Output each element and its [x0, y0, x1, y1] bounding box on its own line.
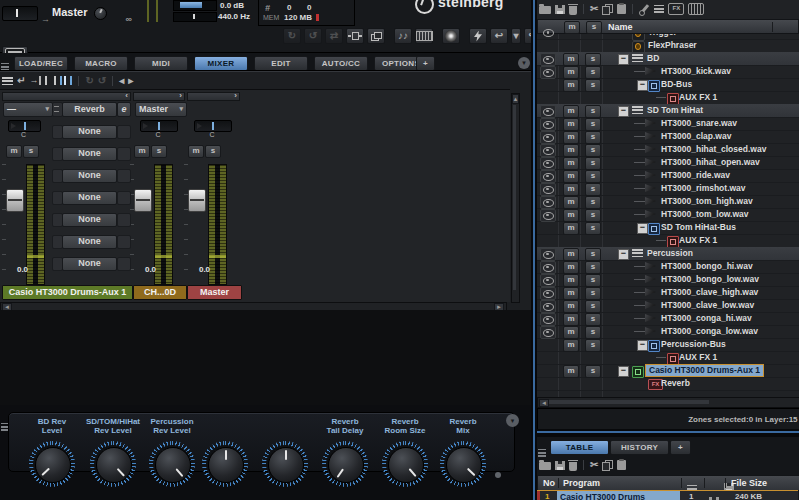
output-knob-icon[interactable] [94, 7, 107, 20]
master-pan-widget[interactable] [2, 6, 38, 21]
tree-item-name[interactable]: HT3000_clave_low.wav [661, 299, 754, 312]
fx-slot-empty[interactable]: None [62, 235, 117, 249]
clamp-button[interactable] [346, 28, 364, 44]
tree-row[interactable]: msHT3000_ride.wav [537, 169, 799, 183]
mute-button[interactable]: m [134, 145, 150, 158]
tab-edit[interactable]: EDIT [254, 56, 308, 71]
tree-item-name[interactable]: SD Tom HiHat-Bus [661, 221, 736, 234]
paste-icon[interactable] [617, 460, 626, 470]
tree-item-name[interactable]: HT3000_tom_low.wav [661, 208, 749, 221]
mute-button[interactable]: m [6, 145, 22, 158]
tree-item-name[interactable]: SD Tom HiHat [647, 104, 703, 117]
overlap-button[interactable] [367, 28, 385, 44]
knob-reverb-taildelay[interactable] [322, 441, 368, 487]
tree-item-name[interactable]: HT3000_conga_hi.wav [661, 312, 752, 325]
undo-button[interactable]: ↩ [490, 28, 508, 44]
copy-icon[interactable] [602, 460, 613, 471]
tree-item-name[interactable]: AUX FX 1 [679, 351, 717, 364]
tree-row[interactable]: ms−Casio HT3000 Drums-Aux 1 [537, 364, 799, 378]
solo-column-button[interactable]: s [586, 21, 602, 34]
fx-slot-empty[interactable]: None [62, 257, 117, 271]
knob-unassigned[interactable] [202, 441, 248, 487]
tree-item-name[interactable]: HT3000_clap.wav [661, 130, 731, 143]
tree-item-name[interactable]: HT3000_hihat_closed.wav [661, 143, 766, 156]
knob-unassigned[interactable] [262, 441, 308, 487]
solo-button[interactable]: s [205, 145, 221, 158]
volume-fader[interactable] [6, 189, 24, 212]
fx-edit-button[interactable]: e [117, 102, 131, 117]
expand-collapse-button[interactable]: − [618, 54, 629, 65]
table-grip-icon[interactable] [538, 449, 546, 457]
tree-row[interactable]: msHT3000_bongo_low.wav [537, 273, 799, 287]
knob-reverb-roomsize[interactable] [382, 441, 428, 487]
tree-row[interactable]: msHT3000_clave_low.wav [537, 299, 799, 313]
next-icon[interactable]: ▸ [128, 76, 133, 86]
tree-item-name[interactable]: HT3000_clave_high.wav [661, 286, 758, 299]
tree-item-name[interactable]: Percussion [647, 247, 693, 260]
mixer-vscrollbar[interactable]: ▲ [511, 93, 520, 303]
tree-hscrollbar[interactable]: ◄ [537, 397, 799, 408]
exit-icon[interactable]: → [29, 76, 41, 85]
dim-a-icon[interactable]: ↻ [85, 76, 93, 86]
right-panel-divider[interactable] [537, 429, 799, 437]
tab-midi[interactable]: MIDI [134, 56, 188, 71]
trash-icon[interactable] [569, 462, 577, 471]
master-route-label[interactable]: Master [52, 6, 87, 18]
table-add-tab-button[interactable]: + [670, 440, 691, 455]
tree-row[interactable]: AUX FX 1 [537, 91, 799, 105]
tree-item-name[interactable]: HT3000_snare.wav [661, 117, 737, 130]
tree-scroll-left-icon[interactable]: ◄ [539, 399, 549, 407]
knob-reverb-mix[interactable] [440, 441, 486, 487]
tree-item-name[interactable]: HT3000_bongo_hi.wav [661, 260, 753, 273]
mute-button[interactable]: m [188, 145, 204, 158]
program-table-row[interactable]: 1 Casio HT3000 Drums 1 240 KB [537, 490, 798, 500]
tree-row[interactable]: AUX FX 1 [537, 351, 799, 365]
solo-button[interactable]: s [151, 145, 167, 158]
tree-item-name[interactable]: HT3000_tom_high.wav [661, 195, 753, 208]
cut-icon[interactable]: ✂ [590, 460, 598, 470]
tune-slider[interactable] [173, 12, 217, 22]
volume-fader[interactable] [134, 189, 152, 212]
dim-c-button[interactable]: ⇄ [325, 28, 343, 44]
tree-row[interactable]: msHT3000_snare.wav [537, 117, 799, 131]
tree-row[interactable]: msHT3000_conga_hi.wav [537, 312, 799, 326]
output-routing-dropdown[interactable]: Master▾ [135, 102, 187, 117]
expand-collapse-button[interactable]: − [618, 249, 629, 260]
tree-row[interactable]: ms−BD-Bus [537, 78, 799, 92]
tab-macro[interactable]: MACRO [74, 56, 128, 71]
tree-row[interactable]: ms−Percussion-Bus [537, 338, 799, 352]
menu-icon[interactable] [2, 77, 13, 85]
folder-icon[interactable] [539, 462, 551, 470]
mixer-vscroll-thumb[interactable] [513, 105, 516, 290]
tree-row[interactable]: msHT3000_conga_low.wav [537, 325, 799, 339]
tab-loadrec[interactable]: LOAD/REC [14, 56, 68, 71]
dim-b-icon[interactable]: ↺ [98, 76, 106, 86]
tree-item-name[interactable]: HT3000_conga_low.wav [661, 325, 758, 338]
tree-item-name[interactable]: AUX FX 1 [679, 234, 717, 247]
table-tab-table[interactable]: TABLE [550, 440, 609, 455]
tree-row[interactable]: msHT3000_hihat_closed.wav [537, 143, 799, 157]
strip-scroll-arrow-icon[interactable]: › [234, 92, 237, 100]
fx-slot-empty[interactable]: None [62, 147, 117, 161]
knob-percussion-revlevel[interactable] [149, 441, 195, 487]
tree-row[interactable]: ms−SD Tom HiHat [537, 104, 799, 118]
strip-header[interactable]: ‹ [2, 92, 131, 101]
col-program[interactable]: Program [563, 476, 600, 490]
row-program-cell[interactable]: Casio HT3000 Drums [557, 491, 680, 500]
expand-collapse-button[interactable]: − [637, 223, 648, 234]
visibility-column-icon[interactable] [543, 29, 554, 37]
tree-row[interactable]: msHT3000_kick.wav [537, 65, 799, 79]
tree-hscroll-thumb[interactable] [549, 400, 709, 404]
fx-slot-empty[interactable]: None [62, 125, 117, 139]
dim-b-button[interactable]: ↺ [304, 28, 322, 44]
return-icon[interactable]: ↵ [17, 76, 25, 86]
tree-row[interactable]: msHT3000_tom_low.wav [537, 208, 799, 222]
tree-row[interactable]: msHT3000_clap.wav [537, 130, 799, 144]
solo-button[interactable]: s [23, 145, 39, 158]
tree-row[interactable]: msHT3000_tom_high.wav [537, 195, 799, 209]
mute-column-button[interactable]: m [564, 21, 580, 34]
tree-row[interactable]: ms−BD [537, 52, 799, 66]
prev-icon[interactable]: ◂ [119, 76, 124, 86]
volume-fader[interactable] [188, 189, 206, 212]
channel-label[interactable]: CH...0D [133, 285, 187, 300]
